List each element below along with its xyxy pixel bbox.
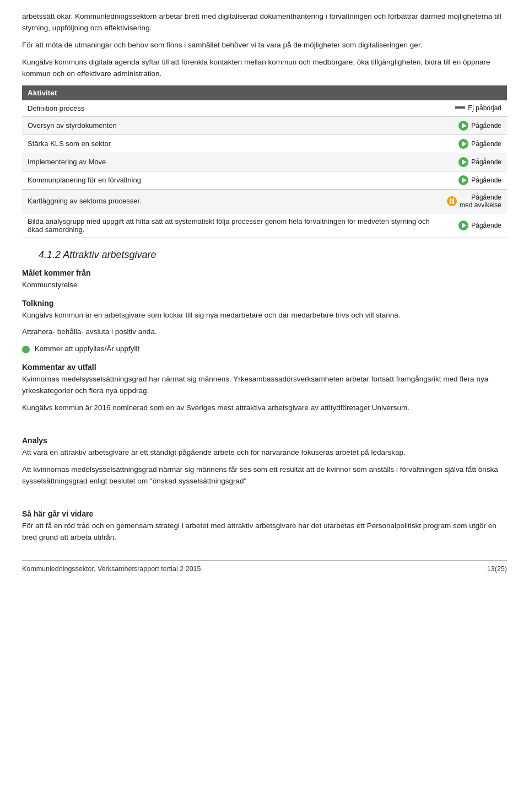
malet-label: Målet kommer från bbox=[22, 268, 507, 277]
table-row: Översyn av styrdokumentenPågående bbox=[22, 116, 507, 135]
dash-icon bbox=[455, 106, 465, 109]
kommentar-para2: Kungälvs kommun är 2016 nominerad som en… bbox=[22, 402, 507, 414]
intro-para2: För att möta de utmaningar och behov som… bbox=[22, 40, 507, 51]
activity-cell: Kartläggning av sektorns processer. bbox=[22, 189, 435, 213]
page-footer: Kommunledningssektor, Verksamhetsrapport… bbox=[22, 560, 507, 573]
analys-para1: Att vara en attraktiv arbetsgivare är et… bbox=[22, 447, 507, 459]
activity-cell: Bilda analysgrupp med uppgift att hitta … bbox=[22, 213, 435, 238]
play-icon bbox=[458, 157, 468, 167]
status-cell: Pågåendemed avvikelse bbox=[435, 189, 507, 213]
tolkning-para2: Attrahera- behålla- avsluta i positiv an… bbox=[22, 326, 507, 338]
table-row: Bilda analysgrupp med uppgift att hitta … bbox=[22, 213, 507, 238]
play-icon bbox=[458, 175, 468, 185]
status-text: Pågående bbox=[471, 176, 501, 184]
kommentar-para1: Kvinnornas medelsysselsättningsgrad har … bbox=[22, 374, 507, 397]
activity-cell: Implementering av Move bbox=[22, 153, 435, 171]
status-cell: Pågående bbox=[435, 171, 507, 189]
play-icon bbox=[458, 121, 468, 131]
pause-icon bbox=[447, 196, 457, 206]
status-text: Pågående bbox=[471, 122, 501, 130]
status-text: Pågåendemed avvikelse bbox=[460, 193, 501, 209]
activity-cell: Definition process bbox=[22, 100, 435, 117]
intro-para3: Kungälvs kommuns digitala agenda syftar … bbox=[22, 57, 507, 80]
table-row: Kartläggning av sektorns processer.Pågåe… bbox=[22, 189, 507, 213]
bullet-text: Kommer att uppfyllas/Är uppfyllt bbox=[35, 345, 140, 353]
malet-value: Kommunstyrelse bbox=[22, 279, 507, 291]
table-row: Stärka KLS som en sektorPågående bbox=[22, 135, 507, 153]
status-text: Ej påbörjad bbox=[468, 104, 501, 112]
analys-label: Analys bbox=[22, 436, 507, 445]
tolkning-para1: Kungälvs kommun är en arbetsgivare som l… bbox=[22, 310, 507, 321]
bullet-row: Kommer att uppfyllas/Är uppfyllt bbox=[22, 343, 507, 355]
table-row: Kommunplanering för en förvaltningPågåen… bbox=[22, 171, 507, 189]
intro-para1: arbetssätt ökar. Kommunledningssektorn a… bbox=[22, 11, 507, 34]
status-cell: Ej påbörjad bbox=[435, 100, 507, 117]
status-text: Pågående bbox=[471, 222, 501, 229]
tolkning-label: Tolkning bbox=[22, 299, 507, 308]
table-row: Implementering av MovePågående bbox=[22, 153, 507, 171]
status-text: Pågående bbox=[471, 140, 501, 148]
sahar-para: För att få en röd tråd och en gemensam s… bbox=[22, 520, 507, 544]
footer-right: 13(25) bbox=[487, 565, 507, 573]
kommentar-label: Kommentar av utfall bbox=[22, 363, 507, 372]
activity-cell: Översyn av styrdokumenten bbox=[22, 116, 435, 135]
status-cell: Pågående bbox=[435, 116, 507, 135]
activity-table: Aktivitet Definition processEj påbörjadÖ… bbox=[22, 85, 507, 238]
activity-cell: Stärka KLS som en sektor bbox=[22, 135, 435, 153]
status-cell: Pågående bbox=[435, 213, 507, 238]
section-412-heading: 4.1.2 Attraktiv arbetsgivare bbox=[39, 249, 507, 261]
play-icon bbox=[458, 139, 468, 149]
status-cell: Pågående bbox=[435, 153, 507, 171]
play-icon bbox=[458, 221, 468, 230]
table-header-activity: Aktivitet bbox=[22, 85, 507, 100]
analys-para2: Att kvinnornas medelsysselsättningsgrad … bbox=[22, 464, 507, 487]
green-bullet-icon bbox=[22, 346, 30, 353]
status-cell: Pågående bbox=[435, 135, 507, 153]
footer-left: Kommunledningssektor, Verksamhetsrapport… bbox=[22, 565, 201, 573]
activity-cell: Kommunplanering för en förvaltning bbox=[22, 171, 435, 189]
sahar-label: Så här går vi vidare bbox=[22, 509, 507, 518]
table-row: Definition processEj påbörjad bbox=[22, 100, 507, 117]
status-text: Pågående bbox=[471, 158, 501, 166]
